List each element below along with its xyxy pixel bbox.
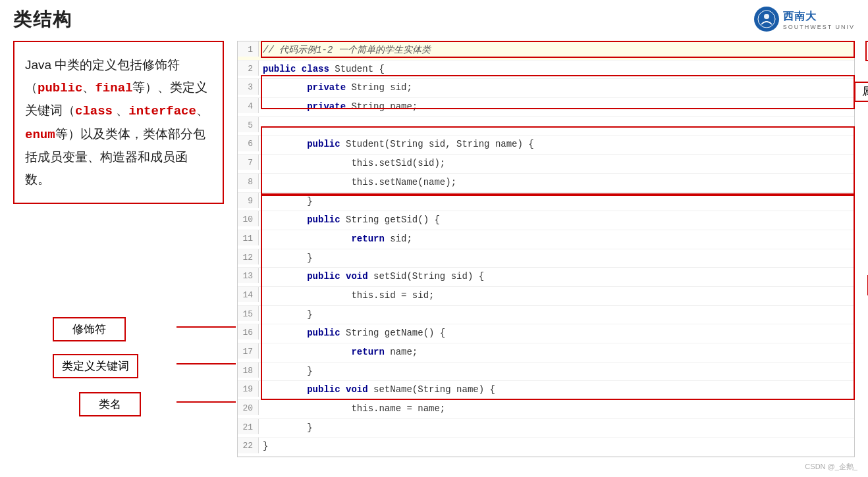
- desc-text: Java 中类的定义包括修饰符 （public、final等）、类定义 关键词（…: [25, 58, 209, 186]
- code-line-15: 15 }: [238, 306, 854, 325]
- logo-area: 西南大 SOUTHWEST UNIV: [754, 7, 855, 33]
- classname-arrow: [176, 401, 236, 403]
- code-line-2: 2 public class Student {: [238, 61, 854, 80]
- code-line-13: 13 public void setSid(String sid) {: [238, 268, 854, 287]
- left-description: Java 中类的定义包括修饰符 （public、final等）、类定义 关键词（…: [13, 41, 224, 204]
- keyword-arrow: [176, 363, 236, 364]
- code-line-21: 21 }: [238, 419, 854, 438]
- watermark: CSDN @_企鹅_: [805, 462, 857, 472]
- modifier-arrow: [176, 326, 236, 328]
- logo-text-cn: 西南大: [783, 10, 855, 24]
- comment-annotation: 注释: [865, 41, 868, 61]
- code-line-3: 3 private String sid;: [238, 79, 854, 98]
- code-line-17: 17 return name;: [238, 343, 854, 363]
- code-line-14: 14 this.sid = sid;: [238, 287, 854, 306]
- code-line-6: 6 public Student(String sid, String name…: [238, 136, 854, 155]
- page: 类结构 西南大 SOUTHWEST UNIV: [0, 0, 868, 477]
- code-container: 1 // 代码示例1-2 一个简单的学生实体类 2 public class S…: [237, 41, 855, 457]
- code-line-18: 18 }: [238, 363, 854, 382]
- code-line-11: 11 return sid;: [238, 230, 854, 249]
- right-panel: 1 // 代码示例1-2 一个简单的学生实体类 2 public class S…: [237, 41, 855, 449]
- code-line-20: 20 this.name = name;: [238, 400, 854, 419]
- code-line-7: 7 this.setSid(sid);: [238, 155, 854, 174]
- code-line-1: 1 // 代码示例1-2 一个简单的学生实体类: [238, 41, 854, 61]
- logo-icon: [754, 7, 779, 32]
- code-line-19: 19 public void setName(String name) {: [238, 381, 854, 400]
- code-line-5: 5: [238, 117, 854, 136]
- logo-text-en: SOUTHWEST UNIV: [783, 24, 855, 30]
- header: 类结构 西南大 SOUTHWEST UNIV: [13, 7, 855, 33]
- code-line-8: 8 this.setName(name);: [238, 174, 854, 193]
- svg-point-1: [764, 14, 769, 19]
- code-line-22: 22 }: [238, 438, 854, 457]
- keyword-label: 类定义关键词: [53, 354, 138, 378]
- classname-label: 类名: [79, 392, 141, 416]
- main-content: Java 中类的定义包括修饰符 （public、final等）、类定义 关键词（…: [13, 41, 855, 449]
- code-line-16: 16 public String getName() {: [238, 324, 854, 343]
- code-line-4: 4 private String name;: [238, 98, 854, 117]
- code-line-9: 9 }: [238, 193, 854, 212]
- modifier-label: 修饰符: [53, 317, 126, 341]
- page-title: 类结构: [13, 7, 72, 32]
- field-annotation: 属性/字段/成员变量: [854, 82, 868, 102]
- code-line-12: 12 }: [238, 249, 854, 268]
- code-line-10: 10 public String getSid() {: [238, 211, 854, 230]
